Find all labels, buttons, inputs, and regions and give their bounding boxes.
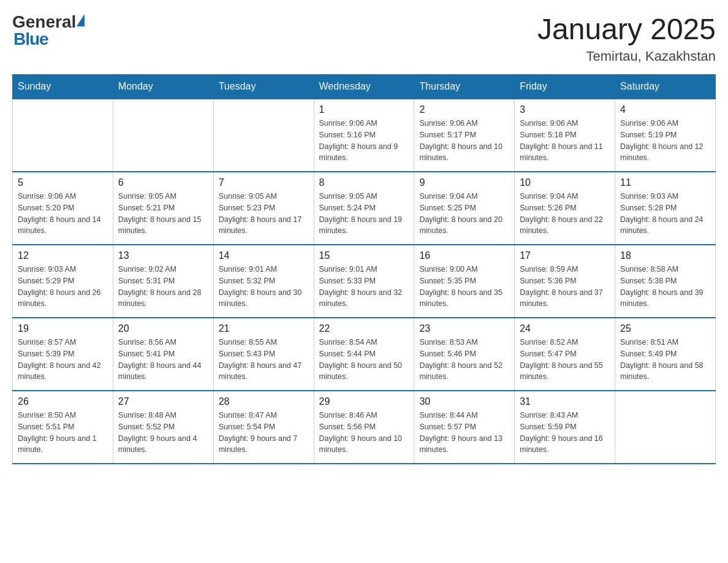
day-number: 25: [620, 323, 710, 334]
day-number: 13: [118, 250, 208, 261]
day-info: Sunrise: 8:54 AM Sunset: 5:44 PM Dayligh…: [319, 337, 409, 383]
day-info: Sunrise: 8:57 AM Sunset: 5:39 PM Dayligh…: [18, 337, 108, 383]
calendar-cell: 21Sunrise: 8:55 AM Sunset: 5:43 PM Dayli…: [213, 318, 314, 391]
day-info: Sunrise: 8:50 AM Sunset: 5:51 PM Dayligh…: [18, 410, 108, 456]
calendar-cell: 10Sunrise: 9:04 AM Sunset: 5:26 PM Dayli…: [515, 172, 615, 245]
calendar-cell: 7Sunrise: 9:05 AM Sunset: 5:23 PM Daylig…: [213, 172, 314, 245]
day-info: Sunrise: 9:06 AM Sunset: 5:18 PM Dayligh…: [520, 118, 610, 164]
day-number: 7: [219, 177, 309, 188]
day-info: Sunrise: 9:04 AM Sunset: 5:26 PM Dayligh…: [520, 191, 610, 237]
calendar-cell: 14Sunrise: 9:01 AM Sunset: 5:32 PM Dayli…: [213, 245, 314, 318]
calendar-cell: 28Sunrise: 8:47 AM Sunset: 5:54 PM Dayli…: [213, 391, 314, 464]
day-number: 9: [419, 177, 509, 188]
calendar-cell: 5Sunrise: 9:06 AM Sunset: 5:20 PM Daylig…: [13, 172, 113, 245]
day-info: Sunrise: 8:59 AM Sunset: 5:36 PM Dayligh…: [520, 264, 610, 310]
month-title: January 2025: [537, 12, 716, 46]
calendar-cell: 4Sunrise: 9:06 AM Sunset: 5:19 PM Daylig…: [615, 99, 716, 172]
day-info: Sunrise: 8:47 AM Sunset: 5:54 PM Dayligh…: [219, 410, 309, 456]
calendar-table: Sunday Monday Tuesday Wednesday Thursday…: [12, 74, 716, 464]
day-info: Sunrise: 9:03 AM Sunset: 5:28 PM Dayligh…: [620, 191, 710, 237]
logo-triangle-icon: [77, 14, 85, 26]
day-number: 11: [620, 177, 710, 188]
calendar-cell: 16Sunrise: 9:00 AM Sunset: 5:35 PM Dayli…: [414, 245, 515, 318]
day-number: 28: [219, 396, 309, 407]
calendar-cell: 20Sunrise: 8:56 AM Sunset: 5:41 PM Dayli…: [113, 318, 213, 391]
logo: General Blue: [12, 12, 85, 49]
calendar-cell: [615, 391, 716, 464]
week-row-4: 19Sunrise: 8:57 AM Sunset: 5:39 PM Dayli…: [13, 318, 716, 391]
day-info: Sunrise: 8:58 AM Sunset: 5:38 PM Dayligh…: [620, 264, 710, 310]
day-info: Sunrise: 9:00 AM Sunset: 5:35 PM Dayligh…: [419, 264, 509, 310]
calendar-cell: 17Sunrise: 8:59 AM Sunset: 5:36 PM Dayli…: [515, 245, 615, 318]
week-row-5: 26Sunrise: 8:50 AM Sunset: 5:51 PM Dayli…: [13, 391, 716, 464]
week-row-1: 1Sunrise: 9:06 AM Sunset: 5:16 PM Daylig…: [13, 99, 716, 172]
calendar-cell: 18Sunrise: 8:58 AM Sunset: 5:38 PM Dayli…: [615, 245, 716, 318]
day-number: 26: [18, 396, 108, 407]
col-wednesday: Wednesday: [314, 75, 414, 99]
day-info: Sunrise: 9:06 AM Sunset: 5:19 PM Dayligh…: [620, 118, 710, 164]
day-number: 5: [18, 177, 108, 188]
week-row-2: 5Sunrise: 9:06 AM Sunset: 5:20 PM Daylig…: [13, 172, 716, 245]
calendar-cell: 24Sunrise: 8:52 AM Sunset: 5:47 PM Dayli…: [515, 318, 615, 391]
day-info: Sunrise: 9:04 AM Sunset: 5:25 PM Dayligh…: [419, 191, 509, 237]
day-number: 23: [419, 323, 509, 334]
col-thursday: Thursday: [414, 75, 515, 99]
day-info: Sunrise: 8:48 AM Sunset: 5:52 PM Dayligh…: [118, 410, 208, 456]
calendar-cell: 29Sunrise: 8:46 AM Sunset: 5:56 PM Dayli…: [314, 391, 414, 464]
day-number: 30: [419, 396, 509, 407]
day-number: 17: [520, 250, 610, 261]
calendar-cell: 9Sunrise: 9:04 AM Sunset: 5:25 PM Daylig…: [414, 172, 515, 245]
day-number: 22: [319, 323, 409, 334]
day-number: 10: [520, 177, 610, 188]
day-info: Sunrise: 9:01 AM Sunset: 5:32 PM Dayligh…: [219, 264, 309, 310]
calendar-cell: 15Sunrise: 9:01 AM Sunset: 5:33 PM Dayli…: [314, 245, 414, 318]
day-number: 2: [419, 104, 509, 115]
day-number: 8: [319, 177, 409, 188]
col-friday: Friday: [515, 75, 615, 99]
calendar-cell: 25Sunrise: 8:51 AM Sunset: 5:49 PM Dayli…: [615, 318, 716, 391]
day-number: 24: [520, 323, 610, 334]
logo-blue-text: Blue: [12, 29, 48, 49]
calendar-cell: 30Sunrise: 8:44 AM Sunset: 5:57 PM Dayli…: [414, 391, 515, 464]
day-number: 21: [219, 323, 309, 334]
page-header: General Blue January 2025 Temirtau, Kaza…: [12, 12, 716, 64]
col-monday: Monday: [113, 75, 213, 99]
col-saturday: Saturday: [615, 75, 716, 99]
day-number: 29: [319, 396, 409, 407]
calendar-cell: 13Sunrise: 9:02 AM Sunset: 5:31 PM Dayli…: [113, 245, 213, 318]
calendar-cell: 8Sunrise: 9:05 AM Sunset: 5:24 PM Daylig…: [314, 172, 414, 245]
day-number: 3: [520, 104, 610, 115]
calendar-cell: 19Sunrise: 8:57 AM Sunset: 5:39 PM Dayli…: [13, 318, 113, 391]
calendar-cell: [113, 99, 213, 172]
col-sunday: Sunday: [13, 75, 113, 99]
day-number: 16: [419, 250, 509, 261]
day-info: Sunrise: 9:05 AM Sunset: 5:21 PM Dayligh…: [118, 191, 208, 237]
day-info: Sunrise: 8:46 AM Sunset: 5:56 PM Dayligh…: [319, 410, 409, 456]
calendar-cell: 2Sunrise: 9:06 AM Sunset: 5:17 PM Daylig…: [414, 99, 515, 172]
day-info: Sunrise: 9:02 AM Sunset: 5:31 PM Dayligh…: [118, 264, 208, 310]
calendar-cell: 6Sunrise: 9:05 AM Sunset: 5:21 PM Daylig…: [113, 172, 213, 245]
calendar-cell: 31Sunrise: 8:43 AM Sunset: 5:59 PM Dayli…: [515, 391, 615, 464]
header-row: Sunday Monday Tuesday Wednesday Thursday…: [13, 75, 716, 99]
col-tuesday: Tuesday: [213, 75, 314, 99]
day-info: Sunrise: 8:52 AM Sunset: 5:47 PM Dayligh…: [520, 337, 610, 383]
day-info: Sunrise: 8:51 AM Sunset: 5:49 PM Dayligh…: [620, 337, 710, 383]
day-number: 14: [219, 250, 309, 261]
title-area: January 2025 Temirtau, Kazakhstan: [537, 12, 716, 64]
day-info: Sunrise: 9:03 AM Sunset: 5:29 PM Dayligh…: [18, 264, 108, 310]
day-info: Sunrise: 8:53 AM Sunset: 5:46 PM Dayligh…: [419, 337, 509, 383]
day-info: Sunrise: 9:06 AM Sunset: 5:17 PM Dayligh…: [419, 118, 509, 164]
day-info: Sunrise: 8:56 AM Sunset: 5:41 PM Dayligh…: [118, 337, 208, 383]
day-info: Sunrise: 9:01 AM Sunset: 5:33 PM Dayligh…: [319, 264, 409, 310]
day-info: Sunrise: 9:05 AM Sunset: 5:24 PM Dayligh…: [319, 191, 409, 237]
day-number: 20: [118, 323, 208, 334]
location-title: Temirtau, Kazakhstan: [537, 48, 716, 64]
day-info: Sunrise: 9:06 AM Sunset: 5:16 PM Dayligh…: [319, 118, 409, 164]
calendar-cell: 1Sunrise: 9:06 AM Sunset: 5:16 PM Daylig…: [314, 99, 414, 172]
day-number: 19: [18, 323, 108, 334]
calendar-cell: 22Sunrise: 8:54 AM Sunset: 5:44 PM Dayli…: [314, 318, 414, 391]
day-info: Sunrise: 9:06 AM Sunset: 5:20 PM Dayligh…: [18, 191, 108, 237]
day-number: 27: [118, 396, 208, 407]
day-info: Sunrise: 8:44 AM Sunset: 5:57 PM Dayligh…: [419, 410, 509, 456]
day-number: 6: [118, 177, 208, 188]
